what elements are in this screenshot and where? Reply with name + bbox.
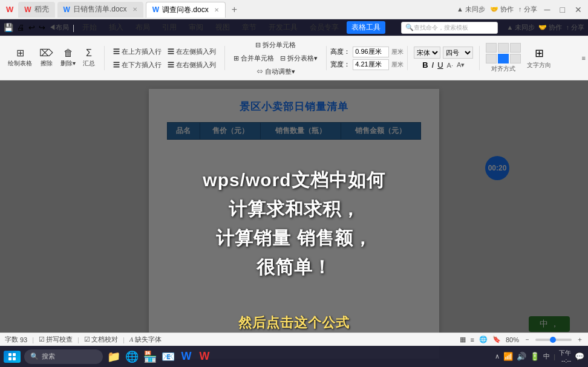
menu-ref[interactable]: 引用 xyxy=(158,21,181,34)
missing-font-btn[interactable]: 𝐴 缺失字体 xyxy=(129,335,162,344)
align-tl-btn[interactable] xyxy=(486,43,497,53)
split-table-btn[interactable]: ⊟ 拆分表格▾ xyxy=(278,52,320,64)
taskbar-mail-icon[interactable]: 📧 xyxy=(161,349,175,364)
collab-btn[interactable]: 🤝 协作 xyxy=(538,23,562,32)
taskbar-browser-icon[interactable]: 🌐 xyxy=(125,349,139,364)
draw-table-btn[interactable]: ⊞ 绘制表格 xyxy=(5,44,35,72)
redo-icon[interactable]: ↪ xyxy=(39,23,45,32)
spell-check-btn[interactable]: ☑ 拼写校查 xyxy=(39,335,73,344)
zoom-plus[interactable]: ＋ xyxy=(577,335,583,344)
bold-btn[interactable]: B xyxy=(422,60,428,70)
cell-size-group: 高度： 厘米 宽度： 厘米 xyxy=(330,47,403,70)
insert-below-btn[interactable]: ☰ 在下方插入行 xyxy=(111,59,164,71)
menu-start[interactable]: 开始 xyxy=(78,21,101,34)
insert-above-btn[interactable]: ☰ 在上方插入行 xyxy=(111,45,164,57)
zoom-minus[interactable]: － xyxy=(524,335,531,344)
sync-status: ▲ 未同步 xyxy=(506,23,535,32)
tray-sound-icon[interactable]: 🔊 xyxy=(517,352,526,361)
quick-print-icon[interactable]: 🖨 xyxy=(17,23,25,32)
align-mc-btn[interactable] xyxy=(498,54,509,63)
align-tc-btn[interactable] xyxy=(498,43,509,53)
status-bar: 字数 93 | ☑ 拼写校查 | ☑ 文档校对 | 𝐴 缺失字体 ▦ ≡ 🌐 xyxy=(0,333,588,346)
sum-label: 汇总 xyxy=(83,59,95,68)
min-button[interactable]: ─ xyxy=(542,5,553,15)
underline-btn[interactable]: U xyxy=(437,60,443,70)
close-button[interactable]: ✕ xyxy=(572,5,584,15)
tab-survey[interactable]: W 调查问卷.docx ✕ xyxy=(146,2,226,18)
align-tr-btn[interactable] xyxy=(510,43,521,53)
highlight-btn[interactable]: A▾ xyxy=(457,61,465,69)
taskbar-explorer-icon[interactable]: 📁 xyxy=(106,349,121,364)
subtitle-bar: 然后点击这个公式 xyxy=(0,314,588,332)
tab-daoke[interactable]: W 稻壳 xyxy=(18,2,54,18)
menu-table-tools[interactable]: 表格工具 xyxy=(347,21,385,34)
menu-view[interactable]: 视图 xyxy=(211,21,234,34)
tab-sales-list[interactable]: W 日销售清单.docx ✕ xyxy=(57,2,143,18)
width-unit: 厘米 xyxy=(391,60,403,69)
view-label[interactable]: ◀布局 xyxy=(49,23,69,32)
height-input[interactable] xyxy=(353,47,389,57)
ribbon-search-placeholder: 查找命令，搜索模板 xyxy=(414,24,468,32)
zoom-value: 80% xyxy=(506,336,519,343)
zoom-slider[interactable] xyxy=(535,339,572,341)
merge-cells-btn2[interactable]: ⊞ 合并单元格 xyxy=(231,52,276,64)
delete-icon: 🗑 xyxy=(64,48,73,58)
new-tab-button[interactable]: + xyxy=(228,4,241,15)
share-btn[interactable]: ↑ 分享 xyxy=(566,23,584,32)
menu-section[interactable]: 章节 xyxy=(238,21,261,34)
menu-insert[interactable]: 插入 xyxy=(105,21,128,34)
menu-layout[interactable]: 布局 xyxy=(131,21,154,34)
width-input[interactable] xyxy=(353,59,389,70)
sum-btn[interactable]: Σ 汇总 xyxy=(80,44,98,72)
start-button[interactable] xyxy=(4,351,21,363)
title-bar: W W 稻壳 W 日销售清单.docx ✕ W 调查问卷.docx ✕ + ▲ … xyxy=(0,0,588,19)
tray-expand-icon[interactable]: ∧ xyxy=(495,352,500,360)
ribbon-search-box[interactable]: 🔍 查找命令，搜索模板 xyxy=(401,22,498,34)
layout-icon-right[interactable]: ≡ xyxy=(471,336,474,343)
notification-icon[interactable]: 💬 xyxy=(575,352,584,361)
max-button[interactable]: □ xyxy=(558,5,567,15)
checkbox-icon: ☑ xyxy=(39,336,45,343)
ribbon-actions: ▲ 未同步 🤝 协作 ↑ 分享 xyxy=(506,23,584,32)
start-grid xyxy=(8,353,16,360)
merge-cells-btn[interactable]: ⊟ 拆分单元格 xyxy=(253,39,298,51)
start-dot-4 xyxy=(13,357,16,360)
taskbar-store-icon[interactable]: 🏪 xyxy=(143,349,157,364)
text-dir-label: 文字方向 xyxy=(527,61,551,70)
taskbar-search[interactable]: 🔍 搜索 xyxy=(24,349,103,364)
undo-icon[interactable]: ↩ xyxy=(28,23,35,32)
text-dir-btn[interactable]: ⊞ xyxy=(535,47,544,60)
content-area: 景区小卖部日销量清单 品名 售价（元） 销售数量（瓶） 销售金额（元） xyxy=(0,80,588,367)
font-size-select[interactable]: 四号 xyxy=(443,47,473,59)
tab-survey-close[interactable]: ✕ xyxy=(214,7,219,13)
tab-sales-close[interactable]: ✕ xyxy=(132,6,137,13)
overlay-line2: 计算求和求积， xyxy=(229,199,360,219)
taskbar-search-icon: 🔍 xyxy=(30,352,39,360)
insert-right-btn[interactable]: ☰ 在右侧插入列 xyxy=(165,59,218,71)
taskbar-wps2-icon[interactable]: W xyxy=(197,349,212,364)
menu-review[interactable]: 审阅 xyxy=(185,21,207,34)
taskbar-clock[interactable]: 下午 --:-- xyxy=(559,349,571,364)
font-color-btn[interactable]: A· xyxy=(447,62,453,69)
align-mr-btn[interactable] xyxy=(510,54,521,63)
doc-check-btn[interactable]: ☑ 文档校对 xyxy=(84,335,118,344)
menu-dev[interactable]: 开发工具 xyxy=(264,21,302,34)
insert-left-btn[interactable]: ☰ 在左侧插入列 xyxy=(165,45,218,57)
bookmark-icon[interactable]: 🔖 xyxy=(492,336,501,343)
tray-battery-icon[interactable]: 🔋 xyxy=(530,352,540,361)
taskbar-wps-icon[interactable]: W xyxy=(179,349,194,364)
quick-save-icon[interactable]: 💾 xyxy=(4,23,13,32)
layout-icon-left[interactable]: ▦ xyxy=(460,336,466,343)
tray-network-icon[interactable]: 📶 xyxy=(503,352,513,361)
delete-btn[interactable]: 🗑 删除▾ xyxy=(57,44,79,72)
sep2 xyxy=(224,46,225,70)
search-icon: 🔍 xyxy=(405,24,414,31)
auto-adjust-btn[interactable]: ⇔ 自动调整▾ xyxy=(254,65,298,77)
erase-btn[interactable]: ⌦ 擦除 xyxy=(36,44,56,72)
align-ml-btn[interactable] xyxy=(486,54,497,63)
font-name-select[interactable]: 宋体 xyxy=(414,47,440,59)
italic-btn[interactable]: I xyxy=(432,60,434,70)
globe-icon[interactable]: 🌐 xyxy=(479,336,488,343)
tray-ime-icon[interactable]: 中 xyxy=(543,352,550,361)
menu-member[interactable]: 会员专享 xyxy=(305,21,343,34)
